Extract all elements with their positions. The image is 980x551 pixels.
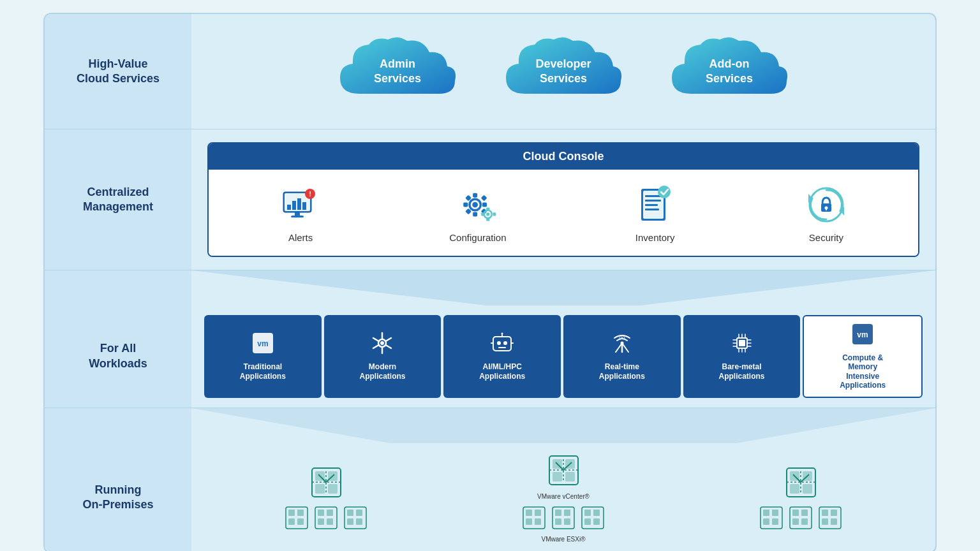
svg-rect-3: [292, 201, 296, 210]
svg-rect-113: [535, 518, 541, 525]
svg-rect-132: [763, 510, 769, 516]
svg-rect-50: [493, 337, 511, 351]
high-value-row: High-ValueCloud Services: [45, 14, 935, 129]
svg-rect-100: [347, 518, 353, 525]
svg-text:!: !: [309, 190, 311, 198]
svg-marker-39: [191, 270, 935, 305]
inverted-funnel-row: [45, 408, 935, 443]
svg-rect-122: [584, 518, 591, 525]
admin-services-cloud: AdminServices: [334, 33, 461, 110]
svg-line-46: [386, 345, 392, 348]
svg-rect-90: [288, 518, 295, 525]
svg-rect-30: [645, 204, 658, 206]
svg-rect-14: [463, 203, 468, 207]
configuration-item: Configuration: [449, 182, 506, 243]
security-item: Security: [804, 182, 849, 243]
svg-rect-23: [486, 218, 489, 221]
svg-point-32: [658, 186, 671, 198]
svg-rect-121: [593, 510, 600, 516]
svg-rect-89: [297, 510, 304, 516]
premises-left-group: [284, 465, 368, 531]
baremetal-applications-label: Bare-metalApplications: [719, 362, 765, 381]
esxi-icon-left-2: [313, 505, 339, 531]
inverted-funnel-section: [191, 408, 935, 443]
svg-rect-138: [801, 510, 808, 516]
svg-point-51: [497, 341, 501, 345]
workloads-content: vm TraditionalApplications: [191, 305, 935, 408]
svg-rect-137: [792, 510, 799, 516]
svg-rect-134: [763, 518, 769, 525]
inventory-label: Inventory: [635, 232, 675, 243]
svg-text:vm: vm: [257, 339, 268, 348]
esxi-label: VMware ESXi®: [541, 536, 585, 543]
workloads-label: For AllWorkloads: [45, 305, 191, 408]
premises-right-small-icons: [759, 505, 843, 531]
workloads-row: For AllWorkloads vm TraditionalApplicati…: [45, 305, 935, 408]
svg-rect-25: [493, 212, 496, 216]
aiml-applications-card: AI/ML/HPCApplications: [443, 315, 561, 398]
svg-rect-96: [327, 518, 333, 525]
security-label: Security: [809, 232, 843, 243]
svg-rect-135: [772, 518, 778, 525]
svg-text:(o): (o): [619, 334, 625, 339]
svg-rect-127: [790, 484, 799, 494]
svg-point-49: [380, 341, 384, 345]
esxi-icon-right-1: [759, 505, 784, 531]
svg-rect-5: [302, 202, 306, 210]
svg-rect-84: [328, 484, 338, 494]
svg-rect-128: [803, 484, 812, 494]
aiml-applications-label: AI/ML/HPCApplications: [479, 362, 525, 381]
premises-right-group: [759, 465, 843, 531]
esxi-icon-left-3: [343, 505, 368, 531]
premises-center-group: VMware vCenter®: [521, 453, 605, 543]
svg-point-21: [486, 212, 489, 216]
alerts-label: Alerts: [288, 232, 313, 243]
configuration-label: Configuration: [449, 232, 506, 243]
svg-rect-28: [645, 195, 661, 197]
svg-rect-15: [482, 203, 487, 207]
svg-rect-115: [555, 510, 561, 516]
developer-services-cloud: DeveloperServices: [500, 33, 627, 110]
inventory-item: Inventory: [633, 182, 678, 243]
baremetal-icon: [731, 332, 754, 358]
esxi-icon-center-1: [521, 505, 547, 531]
svg-rect-133: [772, 510, 778, 516]
svg-rect-110: [526, 510, 532, 516]
svg-rect-95: [318, 518, 324, 525]
traditional-app-icon: vm: [251, 332, 274, 358]
svg-text:vm: vm: [858, 330, 868, 339]
cloud-console-body: ! Alerts: [209, 170, 918, 256]
svg-rect-144: [822, 518, 828, 525]
svg-rect-139: [792, 518, 799, 525]
svg-line-47: [386, 338, 392, 341]
svg-rect-140: [801, 518, 808, 525]
realtime-applications-card: (o) Real-timeApplications: [563, 315, 681, 398]
compute-icon: vm: [851, 323, 874, 349]
premises-left-small-icons: [284, 505, 368, 531]
modern-applications-card: ModernApplications: [324, 315, 442, 398]
clouds-row: AdminServices: [207, 27, 919, 116]
high-value-content: AdminServices: [191, 14, 935, 129]
premises-groups: VMware vCenter®: [207, 453, 919, 543]
svg-rect-143: [831, 510, 837, 516]
svg-rect-24: [481, 212, 484, 216]
svg-rect-12: [473, 193, 477, 198]
svg-rect-17: [481, 195, 487, 202]
vcenter-center-icon: [546, 453, 581, 488]
configuration-icon: [456, 182, 500, 227]
baremetal-applications-card: Bare-metalApplications: [683, 315, 801, 398]
svg-rect-123: [593, 518, 600, 525]
main-diagram: High-ValueCloud Services: [43, 13, 937, 551]
svg-line-48: [373, 345, 379, 348]
esxi-icon-center-3: [580, 505, 605, 531]
svg-rect-106: [565, 472, 575, 481]
centralized-management-content: Cloud Console: [191, 129, 935, 270]
compute-applications-label: Compute &MemoryIntensiveApplications: [840, 353, 886, 390]
aiml-icon: [491, 332, 514, 358]
svg-rect-38: [826, 209, 827, 210]
svg-rect-105: [553, 472, 562, 481]
svg-rect-88: [288, 510, 295, 516]
svg-point-11: [472, 202, 478, 208]
addon-services-text: Add-onServices: [706, 57, 753, 87]
modern-applications-label: ModernApplications: [359, 362, 405, 381]
